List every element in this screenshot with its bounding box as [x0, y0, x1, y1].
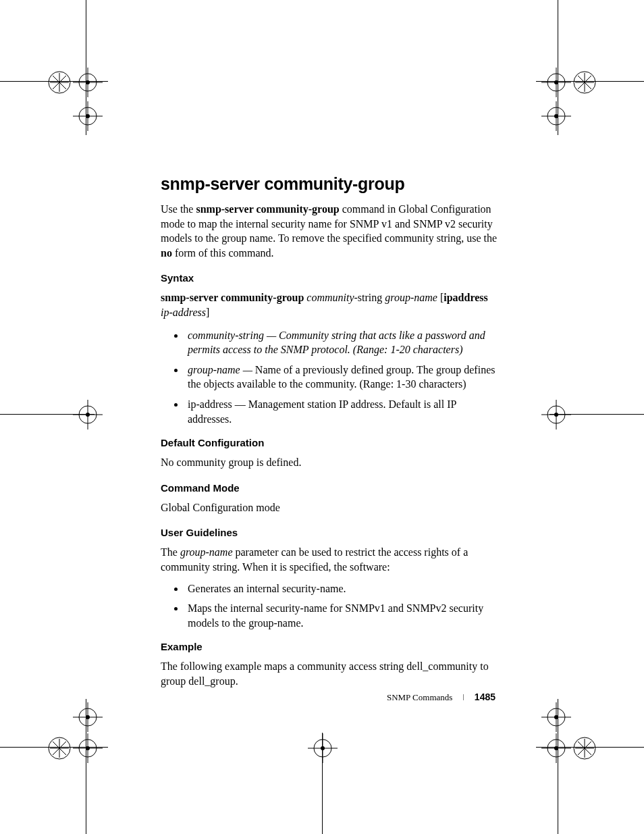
- command-mode-body: Global Configuration mode: [161, 500, 498, 515]
- corner-target-icon: [45, 733, 74, 763]
- corner-target-icon: [570, 733, 599, 763]
- registration-mark-icon: [541, 101, 571, 131]
- svg-point-23: [554, 413, 558, 417]
- intro-paragraph: Use the snmp-server community-group comm…: [161, 202, 498, 260]
- svg-point-19: [86, 413, 90, 417]
- syntax-line: snmp-server community-group community-st…: [161, 290, 498, 319]
- svg-point-31: [554, 715, 558, 719]
- registration-mark-icon: [541, 733, 571, 763]
- svg-point-35: [86, 746, 90, 750]
- list-item: Generates an internal security-name.: [185, 581, 498, 596]
- user-guidelines-body: The group-name parameter can be used to …: [161, 545, 498, 574]
- page-footer: SNMP Commands | 1485: [387, 692, 495, 703]
- svg-point-43: [321, 746, 325, 750]
- example-heading: Example: [161, 641, 498, 652]
- list-item: ip-address — Management station IP addre…: [185, 397, 498, 426]
- registration-mark-icon: [541, 400, 571, 429]
- svg-point-11: [86, 114, 90, 118]
- syntax-heading: Syntax: [161, 272, 498, 284]
- command-mode-heading: Command Mode: [161, 482, 498, 494]
- default-config-body: No community group is defined.: [161, 455, 498, 470]
- registration-mark-icon: [308, 733, 338, 763]
- registration-mark-icon: [541, 702, 571, 732]
- svg-point-3: [86, 80, 90, 84]
- list-item: community-string — Community string that…: [185, 328, 498, 357]
- svg-point-15: [554, 114, 558, 118]
- syntax-bullets: community-string — Community string that…: [161, 328, 498, 427]
- svg-point-39: [554, 746, 558, 750]
- user-guidelines-heading: User Guidelines: [161, 527, 498, 538]
- svg-point-7: [554, 80, 558, 84]
- footer-separator-icon: |: [463, 693, 464, 700]
- page-content: snmp-server community-group Use the snmp…: [161, 174, 498, 700]
- registration-mark-icon: [73, 400, 103, 429]
- svg-point-27: [86, 715, 90, 719]
- example-body: The following example maps a community a…: [161, 659, 498, 688]
- registration-mark-icon: [73, 101, 103, 131]
- corner-target-icon: [570, 68, 599, 97]
- registration-mark-icon: [73, 702, 103, 732]
- registration-mark-icon: [73, 733, 103, 763]
- list-item: Maps the internal security-name for SNMP…: [185, 601, 498, 630]
- registration-mark-icon: [73, 68, 103, 97]
- corner-target-icon: [45, 68, 74, 97]
- default-config-heading: Default Configuration: [161, 437, 498, 448]
- page-number: 1485: [475, 692, 495, 702]
- list-item: group-name — Name of a previously define…: [185, 363, 498, 392]
- registration-mark-icon: [541, 68, 571, 97]
- footer-section: SNMP Commands: [387, 692, 452, 702]
- user-guidelines-bullets: Generates an internal security-name. Map…: [161, 581, 498, 631]
- page-title: snmp-server community-group: [161, 174, 498, 194]
